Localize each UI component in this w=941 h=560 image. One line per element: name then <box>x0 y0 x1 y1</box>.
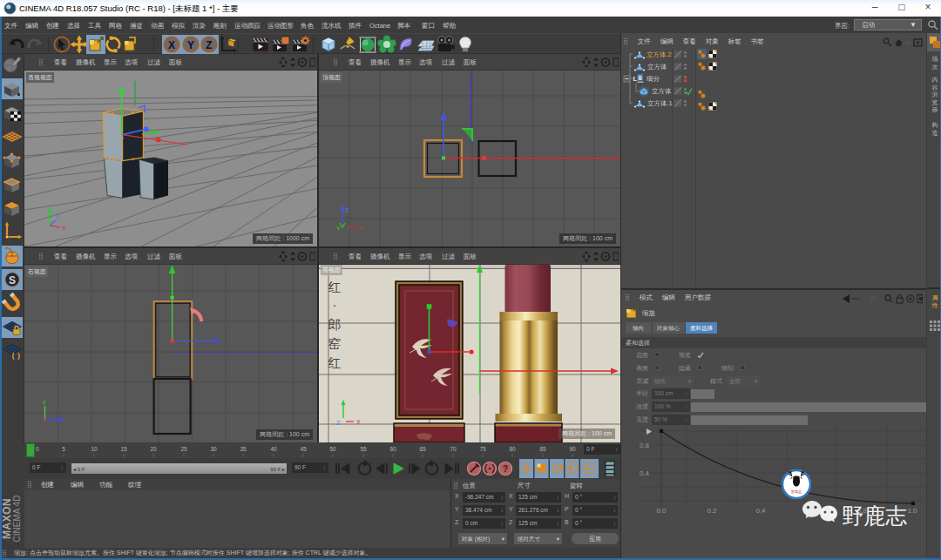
svg-text:Z: Z <box>336 420 341 426</box>
svg-text:0.4: 0.4 <box>640 469 650 477</box>
svg-text:0.0: 0.0 <box>656 507 667 515</box>
svg-text:Z: Z <box>345 207 349 213</box>
svg-text:P: P <box>570 464 575 473</box>
svg-text:20: 20 <box>150 446 157 452</box>
svg-text:Z: Z <box>206 39 212 51</box>
svg-text:野鹿志: 野鹿志 <box>791 489 802 494</box>
svg-text:75: 75 <box>479 446 486 452</box>
svg-text:85: 85 <box>539 446 546 452</box>
svg-text:X: X <box>168 39 175 51</box>
svg-text:25: 25 <box>180 446 187 452</box>
svg-text:10: 10 <box>91 446 98 452</box>
svg-text:55: 55 <box>360 446 367 452</box>
svg-text:0.8: 0.8 <box>640 442 650 449</box>
svg-text:80: 80 <box>509 446 516 452</box>
svg-text:Z: Z <box>56 214 60 220</box>
svg-text:Y: Y <box>336 226 341 232</box>
svg-text:35: 35 <box>240 446 247 452</box>
svg-text:?: ? <box>503 464 508 474</box>
svg-text:L: L <box>633 75 638 83</box>
svg-text:65: 65 <box>419 446 426 452</box>
svg-text:50: 50 <box>329 446 336 452</box>
svg-text:X: X <box>62 225 66 231</box>
svg-text:0.2: 0.2 <box>707 507 717 515</box>
svg-text:红: 红 <box>328 280 342 294</box>
svg-text:30: 30 <box>210 446 217 452</box>
svg-text:郎: 郎 <box>328 318 342 332</box>
svg-text:45: 45 <box>300 446 307 452</box>
svg-text:0: 0 <box>36 446 39 452</box>
svg-text:·: · <box>333 299 337 313</box>
svg-text:0: 0 <box>639 74 642 82</box>
svg-text:40: 40 <box>270 446 277 452</box>
svg-text:Y: Y <box>187 39 194 51</box>
svg-text:红: 红 <box>328 356 342 370</box>
svg-text:5: 5 <box>62 446 65 452</box>
svg-text:0.4: 0.4 <box>755 507 766 515</box>
svg-text:S: S <box>9 274 16 287</box>
svg-text:15: 15 <box>120 446 127 452</box>
svg-text:60: 60 <box>389 446 396 452</box>
svg-text:野鹿志: 野鹿志 <box>842 503 907 528</box>
svg-text:70: 70 <box>450 446 457 452</box>
svg-text:窑: 窑 <box>328 337 342 351</box>
svg-text:X: X <box>358 225 362 231</box>
svg-text:Y: Y <box>43 400 47 406</box>
svg-text:90: 90 <box>569 446 576 452</box>
svg-text:X: X <box>356 419 361 425</box>
